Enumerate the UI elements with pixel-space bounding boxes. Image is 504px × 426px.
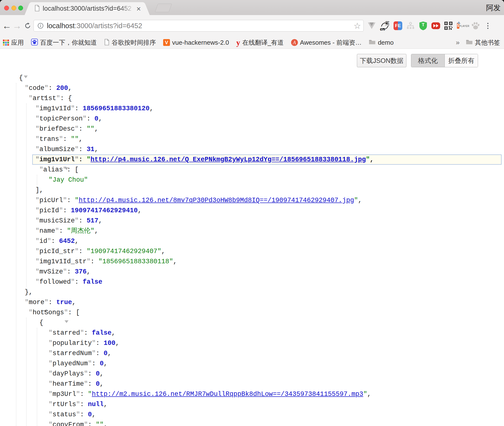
window-close-button[interactable] <box>4 6 9 10</box>
address-bar[interactable]: localhost:3000/artists?id=6452 ☆ <box>34 20 364 32</box>
json-token: " <box>35 248 39 255</box>
folder-icon <box>369 39 376 46</box>
json-token: " <box>35 136 39 143</box>
json-token: " <box>366 156 370 163</box>
json-punct: : <box>75 105 83 112</box>
json-line: "name": "周杰伦", <box>0 226 504 236</box>
json-key: artist <box>33 95 56 102</box>
bookmark-item-awesomes[interactable]: A Awesomes - 前端资… <box>291 38 362 47</box>
new-tab-button[interactable] <box>155 4 172 12</box>
json-key: mvSize <box>39 268 63 275</box>
tampermonkey-shield-icon[interactable]: T <box>419 21 428 31</box>
bookmark-item-youdao[interactable]: y 在线翻译_有道 <box>236 38 284 47</box>
json-punct: : <box>84 329 92 337</box>
bookmarks-right-group: » 其他书签 <box>456 38 500 47</box>
download-json-button[interactable]: 下载JSON数据 <box>357 54 406 67</box>
json-line: "alias": [ <box>0 165 504 175</box>
json-token: " <box>354 197 358 204</box>
bookmark-item-baidu[interactable]: 百度一下，你就知道 <box>31 38 97 47</box>
json-punct: , <box>94 125 98 133</box>
json-link[interactable]: http://p4.music.126.net/Q_ExePNkmgB2yWyL… <box>91 156 366 163</box>
json-token: " <box>49 380 52 388</box>
browser-tab[interactable]: localhost:3000/artists?id=6452 × <box>31 2 143 15</box>
json-line: "dayPlays": 0, <box>0 369 504 379</box>
json-key: followed <box>39 278 71 286</box>
json-link[interactable]: http://p4.music.126.net/8mv7qP30Pd3oHW8b… <box>79 197 354 204</box>
window-minimize-button[interactable] <box>11 6 16 10</box>
other-bookmarks-folder[interactable]: 其他书签 <box>466 38 500 47</box>
bookmark-item-apps[interactable]: 应用 <box>3 38 24 47</box>
json-punct: , <box>150 105 153 112</box>
html5-player-extension-icon[interactable]: 5 PLAYER <box>457 20 467 31</box>
reload-icon[interactable] <box>23 15 33 36</box>
json-string: "" <box>87 125 94 133</box>
qr-code-extension-icon[interactable] <box>444 21 453 31</box>
json-key: status <box>52 411 76 418</box>
json-page-actions: 下载JSON数据 格式化 折叠所有 <box>0 54 504 67</box>
json-token: " <box>76 401 80 408</box>
json-key: copyFrom <box>52 421 84 426</box>
json-number: 31 <box>87 146 94 153</box>
json-line: "copyFrom": "", <box>0 420 504 426</box>
translate-extension-icon[interactable]: 英 en <box>380 21 390 31</box>
fe-extension-icon[interactable]: FE <box>394 21 402 31</box>
paw-extension-icon[interactable] <box>471 21 480 31</box>
json-token: " <box>75 217 79 224</box>
json-punct: : <box>48 85 56 92</box>
json-token: " <box>71 105 75 112</box>
json-token: " <box>63 268 67 275</box>
bookmark-item-vue-hackernews[interactable]: V vue-hackernews-2.0 <box>163 39 229 46</box>
bookmark-item-google-sort[interactable]: 谷歌按时间排序 <box>104 38 156 47</box>
json-token: " <box>55 227 59 235</box>
sitemap-extension-icon[interactable] <box>406 21 415 31</box>
vue-devtools-icon[interactable] <box>367 21 376 31</box>
json-punct: : [ <box>67 166 79 173</box>
json-key: hearTime <box>52 380 84 388</box>
format-button[interactable]: 格式化 <box>411 54 445 67</box>
json-punct: : <box>96 350 103 357</box>
collapse-all-button[interactable]: 折叠所有 <box>445 54 478 67</box>
json-token: " <box>75 156 79 163</box>
json-line: "musicSize": 517, <box>0 216 504 226</box>
json-number: 0 <box>100 360 104 367</box>
json-token: " <box>63 197 67 204</box>
site-info-icon[interactable] <box>37 22 44 29</box>
browser-menu-icon[interactable] <box>485 23 490 29</box>
json-punct: , <box>104 421 108 426</box>
json-punct: ], <box>35 187 43 194</box>
profile-name: 阿发 <box>486 3 501 13</box>
json-punct: , <box>87 268 91 275</box>
video-play-extension-icon[interactable] <box>431 21 440 31</box>
bookmarks-overflow-chevron[interactable]: » <box>456 39 460 46</box>
bookmark-label: demo <box>378 39 394 46</box>
json-punct: , <box>108 350 111 357</box>
json-link[interactable]: http://m2.music.126.net/RMJR7wDullRqppBk… <box>92 391 363 398</box>
bookmark-item-demo[interactable]: demo <box>369 39 394 46</box>
json-key: img1v1Id_str <box>39 258 86 265</box>
json-line: "more": true, <box>0 297 504 307</box>
forward-icon[interactable]: → <box>12 15 22 36</box>
bookmark-label: Awesomes - 前端资… <box>300 38 362 47</box>
tab-close-icon[interactable]: × <box>134 5 143 13</box>
json-punct: : <box>79 217 86 224</box>
json-token: " <box>92 340 96 347</box>
json-line: "picUrl": "http://p4.music.126.net/8mv7q… <box>0 195 504 205</box>
json-punct: , <box>72 299 76 306</box>
json-punct: , <box>75 238 79 245</box>
json-punct: : <box>88 421 96 426</box>
json-keyword: true <box>56 299 72 306</box>
json-token: " <box>59 136 63 143</box>
json-token: " <box>39 166 43 173</box>
back-icon[interactable]: ← <box>2 15 12 36</box>
json-key: popularity <box>52 340 92 347</box>
json-token: " <box>35 125 39 133</box>
json-punct: , <box>68 85 72 92</box>
json-number: 0 <box>104 350 108 357</box>
json-token: " <box>56 95 60 102</box>
window-zoom-button[interactable] <box>18 6 23 10</box>
bookmark-star-icon[interactable]: ☆ <box>354 20 361 31</box>
json-key: dayPlays <box>52 370 84 377</box>
json-token: " <box>59 207 63 214</box>
json-punct: : <box>88 370 96 377</box>
json-token: " <box>35 227 39 235</box>
